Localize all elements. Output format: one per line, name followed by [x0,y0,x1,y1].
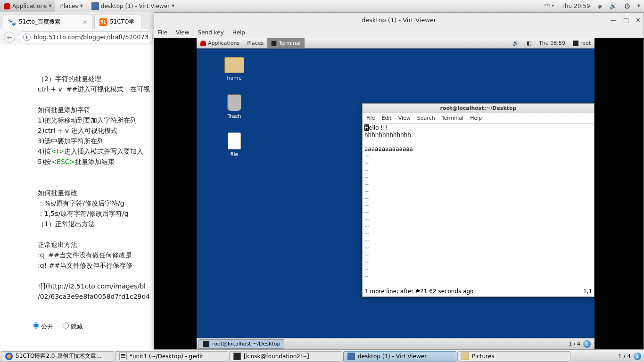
menu-label: Terminal [279,40,301,46]
51cto-icon: 51 [99,18,107,26]
minimize-button[interactable]: — [611,16,617,24]
ime-label: 中 [545,2,550,10]
network-icon[interactable]: ◈ [594,0,606,12]
guest-desktop[interactable]: Applications Places Terminal 🔊 ◧ Thu 08:… [197,38,594,349]
url-text: blog.51cto.com/blogger/draft/520073 [33,33,149,41]
radio-public[interactable]: 公开 [33,322,53,331]
menu-label: Places [60,3,78,9]
notification-badge[interactable]: 2 [634,353,641,360]
file-icon[interactable]: file [220,132,248,157]
user-label: root [580,40,591,46]
terminal-titlebar[interactable]: root@localhost:~/Desktop [363,104,594,113]
guest-network-icon[interactable]: ◧ [523,38,535,49]
virt-menubar: File View Send key Help [154,27,644,38]
radio-hidden[interactable]: 隐藏 [63,322,83,331]
guest-volume-icon[interactable]: 🔊 [509,38,523,49]
guest-user-menu[interactable]: root [569,38,594,49]
screen-icon [91,2,99,10]
menu-help[interactable]: Help [470,115,482,121]
menu-file[interactable]: File [158,29,167,36]
browser-tab-1[interactable]: 🐾 51cto_百度搜索 × [3,15,92,29]
screen-icon [347,353,355,360]
chevron-down-icon: ▼ [80,4,83,8]
icon-label: home [227,75,241,81]
task-label: root@localhost:~/Desktop [212,341,280,347]
maximize-button[interactable]: □ [623,16,629,24]
visibility-radios: 公开 隐藏 [33,322,83,331]
user-menu-icon[interactable]: ▼ [634,0,644,12]
host-clock[interactable]: Thu 20:59 [558,0,594,12]
redhat-icon [200,41,206,46]
guest-clock[interactable]: Thu 08:59 [535,38,569,49]
terminal-body[interactable]: Hello !!! hhhhhhhhhhhhh aaaaaaaaaaaaaa ~… [363,123,594,288]
menu-label: Applications [12,3,47,9]
taskbar-gedit-button[interactable]: *unit1 (~/Desktop) - gedit [115,351,228,362]
guest-terminal-menu[interactable]: Terminal [267,38,305,49]
clock-label: Thu 08:59 [539,40,565,46]
taskbar-firefox-button[interactable]: 51CTO博客2.0-原创IT技术文章… [1,351,114,362]
browser-tab-2[interactable]: 51 51CTO学 [94,15,141,29]
clock-label: Thu 20:59 [561,3,590,9]
guest-top-panel: Applications Places Terminal 🔊 ◧ Thu 08:… [197,38,594,49]
host-top-panel: Applications ▼ Places ▼ desktop (1) - Vi… [0,0,644,12]
workspace-indicator[interactable]: 1 / 4 [618,353,631,360]
host-active-window-menu[interactable]: desktop (1) - Virt Viewer ▼ [88,0,178,12]
text: hhhhhhhhhhhhh [364,132,411,138]
menu-label: Places [247,40,264,46]
taskbar-pictures-button[interactable]: Pictures [457,351,570,362]
icon-label: Trash [227,113,241,119]
text: aaaaaaaaaaaaaa [364,146,413,152]
menu-label: desktop (1) - Virt Viewer [101,3,170,9]
tab-title: 51cto_百度搜索 [19,18,60,26]
host-applications-menu[interactable]: Applications ▼ [0,0,55,12]
menu-view[interactable]: View [176,29,189,36]
menu-view[interactable]: View [398,115,411,121]
terminal-icon [271,41,277,46]
terminal-status: 1 more line; after #21 62 seconds ago 1,… [363,288,594,295]
desktop-icons: home Trash file [220,57,248,157]
icon-label: file [231,151,239,157]
trash-icon[interactable]: Trash [220,94,248,119]
user-icon [573,41,578,46]
chevron-down-icon: ▾ [552,4,554,8]
tab-title: 51CTO学 [110,18,134,26]
task-label: *unit1 (~/Desktop) - gedit [130,353,203,360]
window-title: root@localhost:~/Desktop [440,105,517,111]
ime-indicator[interactable]: 中▾ [541,0,558,12]
power-icon[interactable]: ⏻ [620,0,634,12]
terminal-menubar: File Edit View Search Terminal Help [363,113,594,123]
text: ello !!! [369,124,388,131]
menu-terminal[interactable]: Terminal [442,115,464,121]
home-folder-icon[interactable]: home [220,57,248,81]
virt-titlebar[interactable]: desktop (1) - Virt Viewer — □ ✕ [154,13,644,27]
taskbar-virtviewer-button[interactable]: desktop (1) - Virt Viewer [343,351,456,362]
notification-badge[interactable]: 1 [583,340,591,348]
menu-sendkey[interactable]: Send key [198,29,224,36]
close-icon[interactable]: × [83,19,87,25]
terminal-icon [233,353,241,360]
folder-icon [224,57,244,73]
baidu-icon: 🐾 [8,18,16,26]
host-places-menu[interactable]: Places ▼ [56,0,86,12]
window-title: desktop (1) - Virt Viewer [362,16,436,24]
firefox-icon [5,353,13,360]
guest-applications-menu[interactable]: Applications [197,38,243,49]
menu-file[interactable]: File [366,115,375,121]
taskbar-terminal-button[interactable]: [kiosk@foundation2:~] [229,351,342,362]
back-button[interactable]: ← [4,32,15,43]
taskbar-terminal-button[interactable]: root@localhost:~/Desktop [198,339,284,349]
guest-places-menu[interactable]: Places [243,38,267,49]
url-field[interactable]: i blog.51cto.com/blogger/draft/520073 [19,31,153,43]
close-button[interactable]: ✕ [636,16,641,24]
menu-edit[interactable]: Edit [381,115,391,121]
menu-search[interactable]: Search [417,115,435,121]
menu-label: Applications [208,40,239,46]
task-label: desktop (1) - Virt Viewer [358,353,427,360]
menu-help[interactable]: Help [232,29,245,36]
workspace-indicator[interactable]: 1 / 4 [569,341,580,347]
document-icon [228,132,241,149]
chevron-down-icon: ▼ [49,4,51,8]
host-taskbar: 51CTO博客2.0-原创IT技术文章… *unit1 (~/Desktop) … [0,350,644,362]
virt-display[interactable]: Applications Places Terminal 🔊 ◧ Thu 08:… [154,38,644,349]
volume-icon[interactable]: 🔊 [606,0,620,12]
